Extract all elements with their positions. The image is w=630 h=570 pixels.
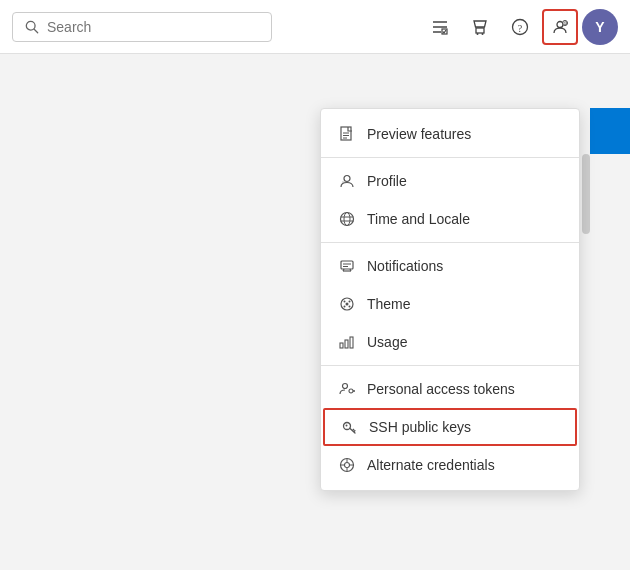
menu-label-time-locale: Time and Locale bbox=[367, 211, 470, 227]
menu-item-theme[interactable]: Theme bbox=[321, 285, 579, 323]
svg-line-45 bbox=[353, 429, 355, 431]
usage-icon bbox=[337, 332, 357, 352]
menu-item-preview-features[interactable]: Preview features bbox=[321, 115, 579, 153]
svg-point-8 bbox=[482, 33, 484, 35]
store-icon bbox=[471, 18, 489, 36]
search-icon bbox=[25, 20, 39, 34]
theme-icon bbox=[337, 294, 357, 314]
task-list-icon bbox=[431, 18, 449, 36]
user-settings-button[interactable]: ⚙ bbox=[542, 9, 578, 45]
menu-item-alternate-credentials[interactable]: Alternate credentials bbox=[321, 446, 579, 484]
profile-icon bbox=[337, 171, 357, 191]
user-settings-icon: ⚙ bbox=[551, 18, 569, 36]
document-icon bbox=[337, 124, 357, 144]
key-icon bbox=[339, 417, 359, 437]
menu-label-alternate-credentials: Alternate credentials bbox=[367, 457, 495, 473]
svg-point-32 bbox=[349, 301, 351, 303]
svg-point-7 bbox=[477, 33, 479, 35]
person-key-icon bbox=[337, 379, 357, 399]
avatar[interactable]: Y bbox=[582, 9, 618, 45]
topbar: ? ⚙ Y bbox=[0, 0, 630, 54]
dropdown-menu: Preview features Profile bbox=[320, 108, 580, 491]
task-list-button[interactable] bbox=[422, 9, 458, 45]
scrollbar[interactable] bbox=[582, 154, 590, 234]
svg-point-18 bbox=[344, 176, 350, 182]
svg-point-49 bbox=[345, 463, 350, 468]
menu-label-profile: Profile bbox=[367, 173, 407, 189]
menu-item-personal-access-tokens[interactable]: Personal access tokens bbox=[321, 370, 579, 408]
divider-3 bbox=[321, 365, 579, 366]
divider-2 bbox=[321, 242, 579, 243]
menu-label-preview-features: Preview features bbox=[367, 126, 471, 142]
svg-point-35 bbox=[346, 303, 349, 306]
notifications-icon bbox=[337, 256, 357, 276]
globe-icon bbox=[337, 209, 357, 229]
store-button[interactable] bbox=[462, 9, 498, 45]
menu-label-personal-access-tokens: Personal access tokens bbox=[367, 381, 515, 397]
help-button[interactable]: ? bbox=[502, 9, 538, 45]
svg-point-34 bbox=[349, 306, 351, 308]
svg-point-21 bbox=[344, 213, 350, 226]
svg-point-31 bbox=[344, 301, 346, 303]
svg-rect-24 bbox=[341, 261, 353, 269]
menu-label-usage: Usage bbox=[367, 334, 407, 350]
svg-text:?: ? bbox=[518, 22, 523, 33]
search-input[interactable] bbox=[47, 19, 259, 35]
svg-point-33 bbox=[344, 306, 346, 308]
svg-rect-37 bbox=[345, 340, 348, 348]
svg-point-39 bbox=[343, 384, 348, 389]
menu-item-notifications[interactable]: Notifications bbox=[321, 247, 579, 285]
search-box[interactable] bbox=[12, 12, 272, 42]
menu-label-theme: Theme bbox=[367, 296, 411, 312]
svg-point-20 bbox=[341, 213, 354, 226]
svg-point-47 bbox=[346, 425, 348, 427]
blue-accent-block bbox=[590, 108, 630, 154]
svg-rect-36 bbox=[340, 343, 343, 348]
alternate-credentials-icon bbox=[337, 455, 357, 475]
menu-item-time-locale[interactable]: Time and Locale bbox=[321, 200, 579, 238]
menu-item-ssh-public-keys[interactable]: SSH public keys bbox=[323, 408, 577, 446]
svg-point-40 bbox=[349, 389, 353, 393]
svg-line-46 bbox=[354, 430, 356, 432]
menu-item-profile[interactable]: Profile bbox=[321, 162, 579, 200]
divider-1 bbox=[321, 157, 579, 158]
svg-rect-38 bbox=[350, 337, 353, 348]
menu-item-usage[interactable]: Usage bbox=[321, 323, 579, 361]
svg-rect-6 bbox=[476, 28, 484, 33]
help-icon: ? bbox=[511, 18, 529, 36]
topbar-icons: ? ⚙ Y bbox=[422, 9, 618, 45]
menu-label-notifications: Notifications bbox=[367, 258, 443, 274]
svg-line-1 bbox=[34, 29, 38, 33]
menu-label-ssh-public-keys: SSH public keys bbox=[369, 419, 471, 435]
